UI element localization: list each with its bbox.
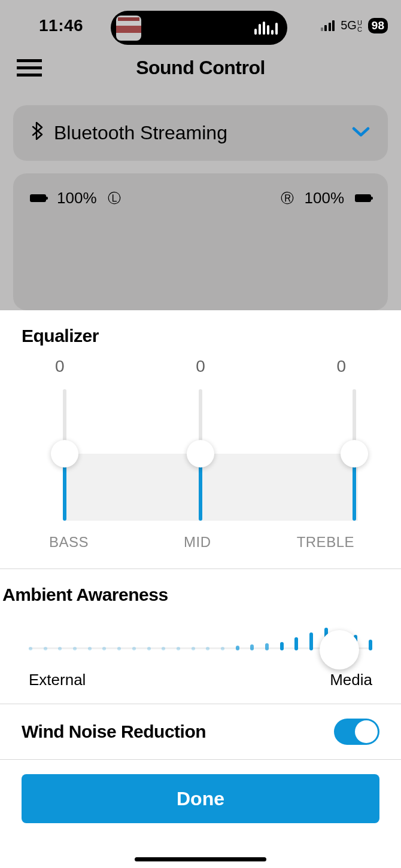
- done-button[interactable]: Done: [22, 774, 379, 823]
- page-title: Sound Control: [0, 57, 401, 79]
- sound-control-sheet: Equalizer 0 0 0 BASS MID TREBLE Ambient …: [0, 310, 401, 868]
- eq-mid-slider[interactable]: [187, 440, 214, 467]
- streaming-selector[interactable]: Bluetooth Streaming: [13, 105, 388, 161]
- network-label: 5GUC: [341, 19, 362, 33]
- battery-level: 98: [368, 18, 388, 33]
- audio-waveform-icon: [254, 22, 278, 35]
- left-indicator-icon: Ⓛ: [108, 190, 121, 207]
- status-time: 11:46: [39, 16, 83, 35]
- left-battery-pct: 100%: [57, 189, 97, 207]
- dynamic-island[interactable]: [111, 11, 287, 45]
- bluetooth-icon: [31, 122, 43, 144]
- ambient-media-label: Media: [330, 671, 372, 689]
- ambient-external-label: External: [29, 671, 86, 689]
- equalizer-title: Equalizer: [22, 326, 379, 346]
- ambient-section: Ambient Awareness External Media: [0, 569, 401, 704]
- signal-strength-icon: [321, 20, 335, 31]
- battery-card: 100% Ⓛ Ⓡ 100%: [13, 173, 388, 310]
- eq-treble-slider[interactable]: [341, 440, 368, 467]
- status-bar: 11:46 5GUC 98: [0, 17, 401, 35]
- eq-mid-value: 0: [196, 357, 205, 376]
- battery-icon: [30, 194, 46, 202]
- wind-noise-row: Wind Noise Reduction: [0, 704, 401, 759]
- streaming-label: Bluetooth Streaming: [54, 122, 227, 144]
- ambient-slider[interactable]: [320, 630, 359, 670]
- equalizer-section: Equalizer 0 0 0 BASS MID TREBLE: [0, 310, 401, 558]
- eq-treble-value: 0: [336, 357, 346, 376]
- chevron-down-icon: [352, 127, 370, 140]
- ambient-slider-track: [29, 622, 372, 650]
- right-battery: Ⓡ 100%: [281, 189, 372, 207]
- eq-treble-label: TREBLE: [297, 534, 354, 551]
- ambient-title: Ambient Awareness: [1, 585, 400, 605]
- home-indicator[interactable]: [135, 857, 266, 861]
- right-battery-pct: 100%: [305, 189, 345, 207]
- right-indicator-icon: Ⓡ: [281, 190, 294, 207]
- battery-icon: [355, 194, 371, 202]
- eq-bass-value: 0: [55, 357, 65, 376]
- eq-mid-label: MID: [184, 534, 211, 551]
- equalizer-sliders: [43, 389, 358, 521]
- now-playing-album-art-icon: [116, 16, 141, 41]
- eq-bass-label: BASS: [49, 534, 89, 551]
- left-battery: 100% Ⓛ: [30, 189, 121, 207]
- eq-bass-slider[interactable]: [51, 440, 78, 467]
- wind-noise-toggle[interactable]: [334, 719, 379, 745]
- wind-noise-title: Wind Noise Reduction: [22, 722, 206, 742]
